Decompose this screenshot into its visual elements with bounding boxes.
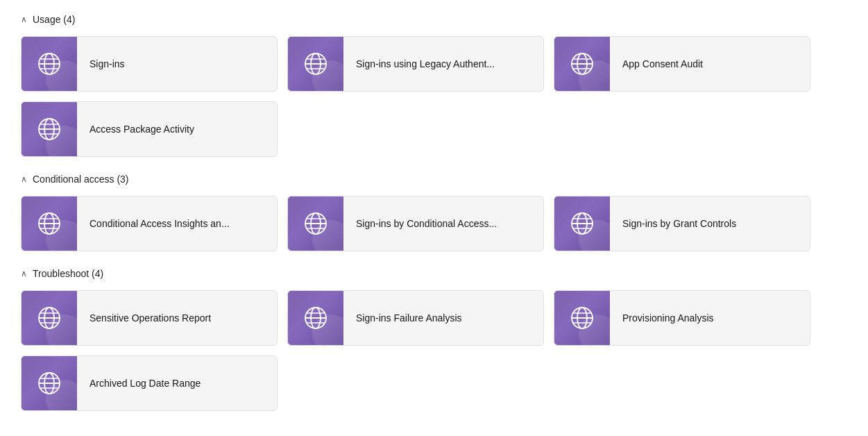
card-icon-wrap-sensitive-operations-report <box>22 290 77 346</box>
card-icon-wrap-app-consent-audit <box>554 36 610 92</box>
card-label-sensitive-operations-report: Sensitive Operations Report <box>77 312 277 324</box>
section-header-troubleshoot[interactable]: ∧ Troubleshoot (4) <box>21 268 847 279</box>
card-access-package-activity[interactable]: Access Package Activity <box>21 101 278 157</box>
card-app-consent-audit[interactable]: App Consent Audit <box>554 36 810 92</box>
card-icon-wrap-sign-ins-by-grant-controls <box>554 196 610 251</box>
card-archived-log-date-range[interactable]: Archived Log Date Range <box>21 355 278 411</box>
cards-grid-usage: Sign-ins Sign-ins using Legacy Authent..… <box>21 36 847 157</box>
card-icon-wrap-archived-log-date-range <box>22 355 77 411</box>
card-label-app-consent-audit: App Consent Audit <box>610 58 810 69</box>
card-label-provisioning-analysis: Provisioning Analysis <box>610 312 810 324</box>
chevron-icon: ∧ <box>21 15 27 24</box>
card-label-conditional-access-insights: Conditional Access Insights an... <box>77 218 277 229</box>
card-label-sign-ins-legacy: Sign-ins using Legacy Authent... <box>343 58 543 69</box>
section-header-conditional-access[interactable]: ∧ Conditional access (3) <box>21 174 847 185</box>
card-provisioning-analysis[interactable]: Provisioning Analysis <box>554 290 810 346</box>
card-sign-ins-by-grant-controls[interactable]: Sign-ins by Grant Controls <box>554 196 810 251</box>
section-title: Usage (4) <box>33 14 75 25</box>
section-header-usage[interactable]: ∧ Usage (4) <box>21 14 847 25</box>
chevron-icon: ∧ <box>21 269 27 278</box>
cards-grid-conditional-access: Conditional Access Insights an... Sign-i… <box>21 196 847 251</box>
card-icon-wrap-sign-ins <box>22 36 77 92</box>
section-title: Conditional access (3) <box>33 174 129 185</box>
card-label-sign-ins-failure-analysis: Sign-ins Failure Analysis <box>343 312 543 324</box>
card-sign-ins[interactable]: Sign-ins <box>21 36 278 92</box>
card-icon-wrap-sign-ins-legacy <box>288 36 343 92</box>
card-sign-ins-by-conditional-access[interactable]: Sign-ins by Conditional Access... <box>287 196 544 251</box>
card-conditional-access-insights[interactable]: Conditional Access Insights an... <box>21 196 278 251</box>
card-icon-wrap-sign-ins-by-conditional-access <box>288 196 343 251</box>
card-sensitive-operations-report[interactable]: Sensitive Operations Report <box>21 290 278 346</box>
cards-grid-troubleshoot: Sensitive Operations Report Sign-ins Fai… <box>21 290 847 411</box>
card-label-archived-log-date-range: Archived Log Date Range <box>77 378 277 389</box>
card-icon-wrap-conditional-access-insights <box>22 196 77 251</box>
card-icon-wrap-sign-ins-failure-analysis <box>288 290 343 346</box>
card-label-sign-ins: Sign-ins <box>77 58 277 69</box>
card-icon-wrap-provisioning-analysis <box>554 290 610 346</box>
section-usage: ∧ Usage (4) Sign-ins Sign-ins using Lega… <box>21 14 847 157</box>
card-sign-ins-failure-analysis[interactable]: Sign-ins Failure Analysis <box>287 290 544 346</box>
section-conditional-access: ∧ Conditional access (3) Conditional Acc… <box>21 174 847 251</box>
card-sign-ins-legacy[interactable]: Sign-ins using Legacy Authent... <box>287 36 544 92</box>
section-troubleshoot: ∧ Troubleshoot (4) Sensitive Operations … <box>21 268 847 411</box>
chevron-icon: ∧ <box>21 174 27 184</box>
section-title: Troubleshoot (4) <box>33 268 103 279</box>
card-label-sign-ins-by-grant-controls: Sign-ins by Grant Controls <box>610 218 810 229</box>
card-label-sign-ins-by-conditional-access: Sign-ins by Conditional Access... <box>343 218 543 229</box>
card-icon-wrap-access-package-activity <box>22 101 77 157</box>
card-label-access-package-activity: Access Package Activity <box>77 124 277 135</box>
